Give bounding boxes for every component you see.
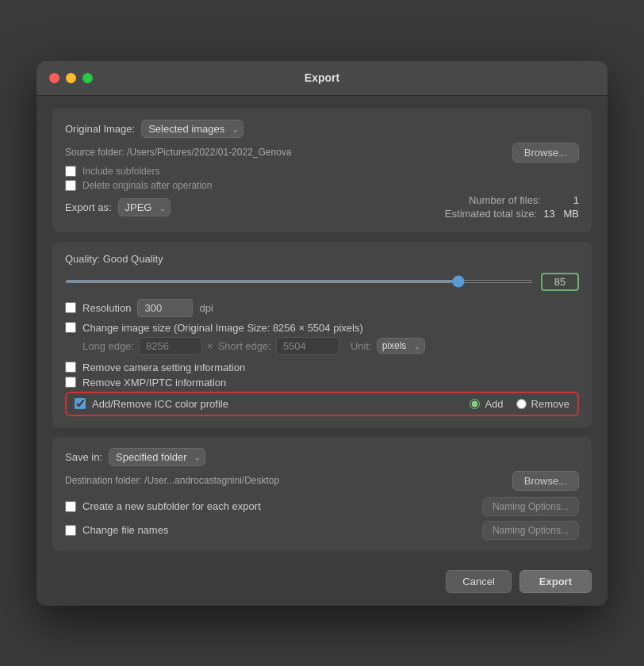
remove-camera-label: Remove camera setting information xyxy=(82,362,245,373)
edge-size-row: Long edge: × Short edge: Unit: pixels cm… xyxy=(82,337,579,355)
window-title: Export xyxy=(305,71,339,84)
remove-xmp-checkbox[interactable] xyxy=(65,377,76,388)
short-edge-input[interactable] xyxy=(276,337,339,355)
destination-folder-path: Destination folder: /User...androcastagn… xyxy=(65,475,279,486)
resolution-row: Resolution dpi xyxy=(65,299,579,317)
destination-path: /User...androcastagnini/Desktop xyxy=(144,475,279,486)
source-folder-value: /Users/Pictures/2022/01-2022_Genova xyxy=(127,147,291,158)
include-subfolders-label: Include subfolders xyxy=(82,166,159,177)
export-format-select-wrap: JPEG PNG TIFF PSD xyxy=(118,198,171,216)
subfolder-checkbox-row: Create a new subfolder for each export xyxy=(65,500,261,512)
long-edge-label: Long edge: xyxy=(82,340,134,352)
minimize-button[interactable] xyxy=(66,73,76,83)
x-separator: × xyxy=(207,340,213,352)
original-image-select-wrap: Selected images All images Flagged image… xyxy=(141,120,243,138)
change-size-checkbox[interactable] xyxy=(65,322,76,333)
naming-options-2-button[interactable]: Naming Options... xyxy=(482,521,579,540)
unit-select[interactable]: pixels cm mm inches xyxy=(377,338,425,354)
remove-camera-row: Remove camera setting information xyxy=(65,362,579,373)
unit-select-wrap: pixels cm mm inches xyxy=(377,338,425,354)
save-in-select-wrap: Specified folder Original folder Desktop xyxy=(109,448,205,466)
icc-row: Add/Remove ICC color profile Add Remove xyxy=(65,392,579,416)
icc-remove-option: Remove xyxy=(516,398,569,410)
include-subfolders-row: Include subfolders xyxy=(65,166,579,177)
change-names-checkbox[interactable] xyxy=(65,525,76,536)
change-names-row: Change file names Naming Options... xyxy=(65,521,579,540)
save-in-label: Save in: xyxy=(65,451,102,463)
traffic-lights xyxy=(49,73,93,83)
close-button[interactable] xyxy=(49,73,59,83)
export-dialog: Export Original Image: Selected images A… xyxy=(36,61,608,606)
save-in-row: Save in: Specified folder Original folde… xyxy=(65,448,579,466)
short-edge-label: Short edge: xyxy=(218,340,271,352)
estimated-size-label: Estimated total size: xyxy=(445,208,537,220)
delete-originals-row: Delete originals after operation xyxy=(65,180,579,191)
number-of-files-label: Number of files: xyxy=(469,194,541,206)
number-of-files-value: 1 xyxy=(547,194,579,206)
file-stats: Number of files: 1 Estimated total size:… xyxy=(445,194,579,221)
icc-add-option: Add xyxy=(470,398,503,410)
export-as-row: Export as: JPEG PNG TIFF PSD Number of f… xyxy=(65,194,579,221)
icc-add-label: Add xyxy=(485,398,503,410)
remove-camera-checkbox[interactable] xyxy=(65,362,76,373)
titlebar: Export xyxy=(36,61,608,96)
icc-checkbox[interactable] xyxy=(75,398,86,409)
subfolder-checkbox[interactable] xyxy=(65,501,76,512)
icc-remove-radio[interactable] xyxy=(516,399,527,409)
delete-originals-checkbox[interactable] xyxy=(65,180,76,191)
destination-label: Destination folder: xyxy=(65,475,142,486)
remove-xmp-row: Remove XMP/IPTC information xyxy=(65,377,579,388)
resolution-unit: dpi xyxy=(199,302,213,314)
resolution-input[interactable] xyxy=(137,299,193,317)
estimated-size-value: 13 MB xyxy=(543,208,579,220)
include-subfolders-checkbox[interactable] xyxy=(65,166,76,177)
bottom-buttons: Cancel Export xyxy=(36,564,608,606)
naming-options-1-button[interactable]: Naming Options... xyxy=(482,497,579,516)
source-folder-path: Source folder: /Users/Pictures/2022/01-2… xyxy=(65,147,512,158)
unit-label: Unit: xyxy=(351,340,372,352)
change-size-row: Change image size (Original Image Size: … xyxy=(65,322,579,334)
destination-browse-button[interactable]: Browse... xyxy=(512,471,579,491)
source-browse-button[interactable]: Browse... xyxy=(512,143,579,163)
zoom-button[interactable] xyxy=(82,73,93,83)
quality-title: Quality: Good Quality xyxy=(65,253,579,265)
original-image-panel: Original Image: Selected images All imag… xyxy=(52,109,592,232)
save-in-select[interactable]: Specified folder Original folder Desktop xyxy=(109,448,205,466)
change-names-label: Change file names xyxy=(82,524,168,536)
resolution-checkbox[interactable] xyxy=(65,302,76,313)
quality-slider[interactable] xyxy=(65,280,533,283)
icc-radio-group: Add Remove xyxy=(470,398,569,410)
icc-label: Add/Remove ICC color profile xyxy=(92,398,228,410)
original-image-label: Original Image: xyxy=(65,123,135,135)
number-of-files-row: Number of files: 1 xyxy=(445,194,579,206)
subfolder-row: Create a new subfolder for each export N… xyxy=(65,497,579,516)
cancel-button[interactable]: Cancel xyxy=(446,570,511,593)
estimated-size-row: Estimated total size: 13 MB xyxy=(445,208,579,220)
dialog-content: Original Image: Selected images All imag… xyxy=(36,96,608,564)
quality-value-input[interactable] xyxy=(541,273,579,291)
icc-add-radio[interactable] xyxy=(470,399,480,409)
export-as-label: Export as: xyxy=(65,201,112,213)
long-edge-input[interactable] xyxy=(139,337,202,355)
change-size-label: Change image size (Original Image Size: … xyxy=(82,322,363,334)
original-image-select[interactable]: Selected images All images Flagged image… xyxy=(141,120,243,138)
remove-xmp-label: Remove XMP/IPTC information xyxy=(82,377,226,388)
source-folder-row: Source folder: /Users/Pictures/2022/01-2… xyxy=(65,143,579,163)
change-names-checkbox-row: Change file names xyxy=(65,524,168,536)
export-format-group: Export as: JPEG PNG TIFF PSD xyxy=(65,198,171,216)
quality-slider-row xyxy=(65,273,579,291)
destination-folder-row: Destination folder: /User...androcastagn… xyxy=(65,471,579,491)
export-button[interactable]: Export xyxy=(519,570,592,593)
quality-panel: Quality: Good Quality Resolution dpi Cha… xyxy=(52,242,592,427)
original-image-row: Original Image: Selected images All imag… xyxy=(65,120,579,138)
source-folder-label: Source folder: xyxy=(65,147,125,158)
icc-remove-label: Remove xyxy=(531,398,569,410)
delete-originals-label: Delete originals after operation xyxy=(82,180,212,191)
subfolder-label: Create a new subfolder for each export xyxy=(82,500,261,512)
save-panel: Save in: Specified folder Original folde… xyxy=(52,437,592,551)
resolution-label: Resolution xyxy=(82,302,131,314)
export-format-select[interactable]: JPEG PNG TIFF PSD xyxy=(118,198,171,216)
